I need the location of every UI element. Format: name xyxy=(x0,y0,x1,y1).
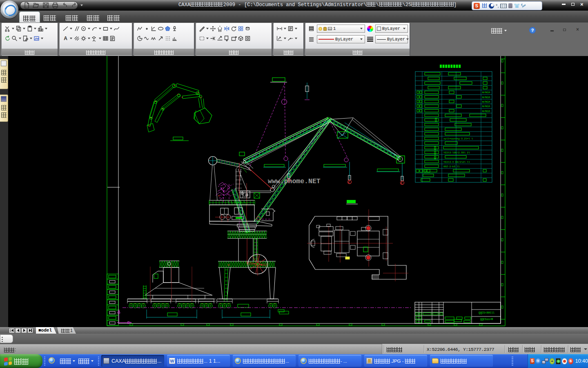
svg-text:m/min: m/min xyxy=(482,101,490,103)
svg-text:zpll=cwznkg-3.2l=l l: zpll=cwznkg-3.2l=l l xyxy=(443,137,473,140)
svg-text:www.phome.NET: www.phome.NET xyxy=(268,177,321,185)
svg-text:0GZ-2-b3 ll: 0GZ-2-b3 ll xyxy=(443,165,460,168)
svg-text:QQC5=XHlll: QQC5=XHlll xyxy=(479,312,494,314)
svg-text:w: w xyxy=(220,186,223,190)
svg-text:m/min: m/min xyxy=(482,105,490,108)
svg-text:M: M xyxy=(218,195,220,197)
svg-text:QQC5ss=M: QQC5ss=M xyxy=(480,318,493,321)
svg-text:YZ2l3-4 00/2l2l ll: YZ2l3-4 00/2l2l ll xyxy=(443,161,470,164)
svg-text:w: w xyxy=(227,193,229,195)
svg-text:m/min: m/min xyxy=(482,96,490,99)
svg-text:YZ2l3-l00/2.55l 2l: YZ2l3-l00/2.55l 2l xyxy=(443,151,470,154)
svg-text:m/min: m/min xyxy=(482,91,490,94)
svg-text:m/min: m/min xyxy=(482,110,490,113)
